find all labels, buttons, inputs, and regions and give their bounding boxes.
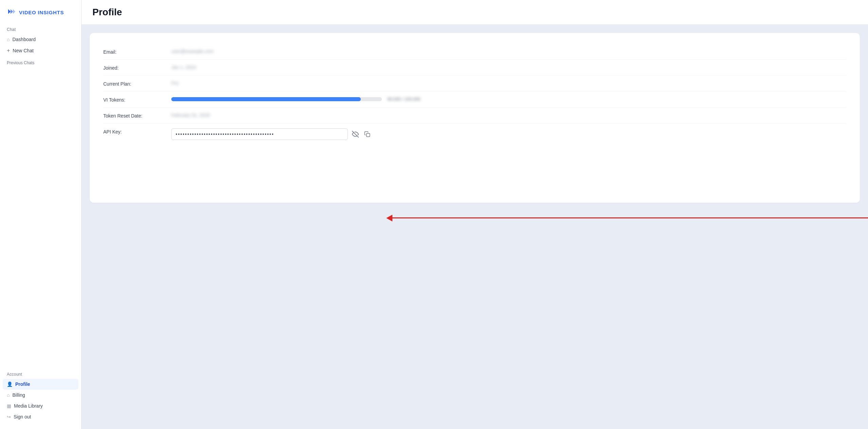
- current-plan-value: Pro: [171, 81, 846, 86]
- sidebar-item-new-chat[interactable]: + New Chat: [0, 45, 81, 56]
- sidebar-item-dashboard[interactable]: ⌂ Dashboard: [0, 34, 81, 45]
- page-title: Profile: [92, 7, 857, 18]
- api-key-label: API Key:: [103, 128, 171, 135]
- billing-label: Billing: [12, 392, 25, 398]
- joined-row: Joined: Jan 1, 2024: [103, 60, 846, 76]
- profile-card: Email: user@example.com Joined: Jan 1, 2…: [90, 33, 860, 203]
- vi-tokens-label: VI Tokens:: [103, 96, 171, 103]
- signout-icon: ↪: [7, 414, 11, 419]
- plus-icon: +: [7, 48, 10, 54]
- email-value: user@example.com: [171, 49, 846, 54]
- joined-value: Jan 1, 2024: [171, 65, 846, 70]
- sidebar-item-billing[interactable]: ⌂ Billing: [0, 390, 81, 400]
- sidebar-item-profile[interactable]: 👤 Profile: [3, 379, 78, 390]
- tokens-progress-fill: [171, 97, 361, 101]
- api-key-input[interactable]: [171, 128, 348, 140]
- chat-section-label: Chat: [0, 24, 81, 34]
- sidebar-item-sign-out[interactable]: ↪ Sign out: [0, 411, 81, 422]
- account-section-label: Account: [0, 369, 81, 379]
- copy-api-key-button[interactable]: [363, 130, 372, 139]
- main-header: Profile: [82, 0, 868, 25]
- token-reset-label: Token Reset Date:: [103, 112, 171, 119]
- email-row: Email: user@example.com: [103, 44, 846, 60]
- tokens-count: 90,000 / 100,000: [387, 96, 421, 102]
- new-chat-label: New Chat: [13, 48, 33, 53]
- sidebar-item-media-library[interactable]: ▦ Media Library: [0, 400, 81, 411]
- logo-area: VIDEO INSIGHTS: [0, 7, 81, 24]
- home-icon: ⌂: [7, 37, 10, 42]
- media-icon: ▦: [7, 403, 11, 409]
- sign-out-label: Sign out: [14, 414, 31, 419]
- person-icon: 👤: [7, 381, 13, 387]
- vi-tokens-row: VI Tokens: 90,000 / 100,000: [103, 92, 846, 108]
- main-content-area: Profile Email: user@example.com Joined: …: [82, 0, 868, 429]
- app-name: VIDEO INSIGHTS: [19, 10, 64, 15]
- profile-nav-label: Profile: [15, 381, 30, 387]
- tokens-progress-bar: [171, 97, 382, 101]
- tokens-bar-container: 90,000 / 100,000: [171, 96, 846, 102]
- dashboard-label: Dashboard: [12, 37, 36, 42]
- toggle-visibility-button[interactable]: [351, 129, 360, 139]
- current-plan-label: Current Plan:: [103, 81, 171, 87]
- email-label: Email:: [103, 49, 171, 55]
- api-key-controls: [171, 128, 846, 140]
- svg-rect-1: [367, 133, 370, 137]
- token-reset-row: Token Reset Date: February 01, 2025: [103, 108, 846, 124]
- previous-chats-label: Previous Chats: [0, 56, 81, 67]
- current-plan-row: Current Plan: Pro: [103, 76, 846, 92]
- logo-icon: [7, 7, 16, 18]
- profile-content: Email: user@example.com Joined: Jan 1, 2…: [82, 25, 868, 429]
- joined-label: Joined:: [103, 65, 171, 71]
- token-reset-value: February 01, 2025: [171, 112, 846, 118]
- sidebar: VIDEO INSIGHTS Chat ⌂ Dashboard + New Ch…: [0, 0, 82, 429]
- media-library-label: Media Library: [14, 403, 43, 409]
- api-key-row: API Key:: [103, 124, 846, 145]
- billing-icon: ⌂: [7, 392, 10, 398]
